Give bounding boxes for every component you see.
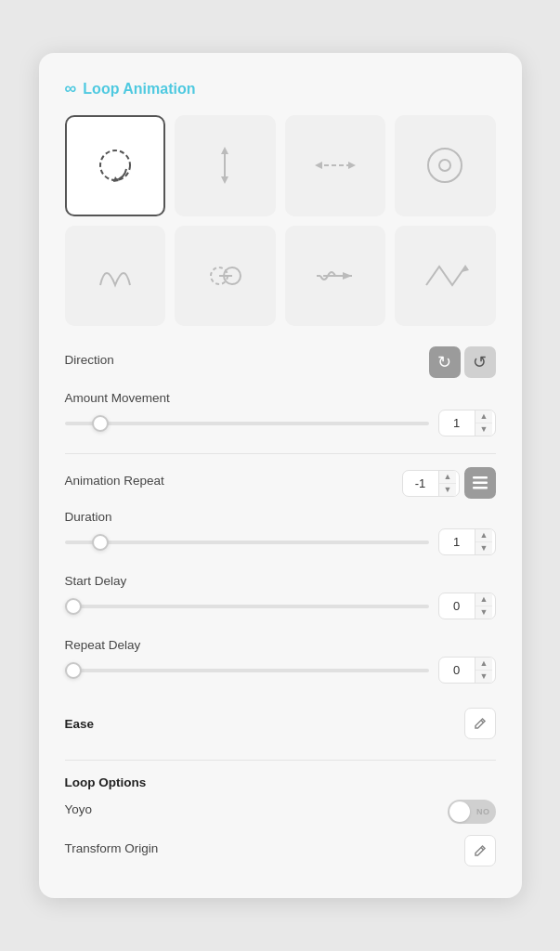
start-delay-spin-down[interactable]: ▼ — [475, 606, 493, 619]
anim-type-zigzag[interactable] — [395, 226, 496, 327]
amount-label: Amount Movement — [65, 391, 170, 405]
ease-row: Ease — [65, 700, 496, 747]
amount-spin-up[interactable]: ▲ — [475, 410, 493, 423]
yoyo-row: Yoyo NO — [65, 790, 496, 829]
start-delay-label: Start Delay — [65, 574, 127, 588]
start-delay-slider-row: ▲ ▼ — [65, 593, 496, 619]
loop-options-section: Loop Options Yoyo NO Transform Origin — [65, 774, 496, 872]
anim-type-rotate[interactable] — [65, 115, 166, 216]
repeat-delay-spinners: ▲ ▼ — [475, 658, 493, 683]
amount-movement-section: Amount Movement ▲ ▼ — [65, 389, 496, 436]
duration-slider[interactable] — [65, 541, 429, 544]
animation-repeat-label: Animation Repeat — [65, 474, 164, 488]
repeat-input[interactable] — [403, 472, 438, 495]
duration-spinners: ▲ ▼ — [475, 529, 493, 554]
repeat-delay-spin-down[interactable]: ▼ — [475, 671, 493, 683]
start-delay-input[interactable] — [439, 594, 475, 618]
anim-type-bounce[interactable] — [285, 226, 386, 327]
amount-input[interactable] — [439, 411, 475, 435]
anim-type-arc[interactable] — [65, 226, 166, 327]
panel-title: ∞ Loop Animation — [65, 79, 496, 98]
loop-options-label: Loop Options — [65, 775, 147, 789]
svg-rect-15 — [473, 476, 488, 479]
amount-slider[interactable] — [65, 422, 429, 425]
anim-type-chain[interactable] — [175, 226, 276, 327]
ease-edit-button[interactable] — [464, 708, 496, 739]
infinity-icon: ∞ — [65, 79, 77, 98]
repeat-delay-slider[interactable] — [65, 669, 429, 672]
divider-2 — [65, 760, 496, 761]
start-delay-spin-up[interactable]: ▲ — [475, 593, 493, 606]
svg-point-8 — [428, 149, 462, 182]
duration-spin-up[interactable]: ▲ — [475, 529, 493, 542]
duration-input-wrap: ▲ ▼ — [438, 528, 496, 555]
svg-marker-3 — [221, 147, 228, 154]
anim-type-vertical[interactable] — [175, 115, 276, 216]
svg-line-19 — [481, 848, 484, 851]
anim-type-circle[interactable] — [395, 115, 496, 216]
repeat-delay-section: Repeat Delay ▲ ▼ — [65, 636, 496, 684]
yoyo-label: Yoyo — [65, 802, 93, 816]
amount-spinners: ▲ ▼ — [475, 410, 493, 436]
start-delay-slider[interactable] — [65, 605, 429, 608]
svg-marker-6 — [348, 162, 356, 169]
repeat-spin-down[interactable]: ▼ — [439, 484, 457, 496]
start-delay-input-wrap: ▲ ▼ — [438, 593, 496, 619]
repeat-list-button[interactable] — [464, 467, 496, 499]
direction-buttons: ↻ ↺ — [429, 346, 496, 378]
svg-line-18 — [481, 721, 484, 723]
repeat-input-wrap: ▲ ▼ — [402, 470, 460, 497]
transform-origin-row: Transform Origin — [65, 829, 496, 872]
transform-origin-label: Transform Origin — [65, 841, 159, 855]
repeat-delay-slider-row: ▲ ▼ — [65, 657, 496, 684]
toggle-label: NO — [476, 807, 490, 816]
amount-input-wrap: ▲ ▼ — [438, 410, 496, 436]
duration-label: Duration — [65, 510, 112, 524]
direction-row: Direction ↻ ↺ — [65, 346, 496, 378]
repeat-controls: ▲ ▼ — [402, 467, 496, 499]
panel-title-text: Loop Animation — [83, 81, 195, 98]
direction-cw-button[interactable]: ↻ — [429, 346, 461, 378]
toggle-knob — [449, 801, 470, 822]
repeat-spin-up[interactable]: ▲ — [439, 471, 457, 484]
loop-animation-panel: ∞ Loop Animation — [39, 53, 522, 898]
svg-rect-17 — [473, 487, 488, 489]
amount-slider-row: ▲ ▼ — [65, 410, 496, 436]
animation-type-grid — [65, 115, 496, 326]
duration-slider-row: ▲ ▼ — [65, 528, 496, 555]
svg-point-9 — [439, 160, 450, 171]
repeat-delay-label: Repeat Delay — [65, 638, 141, 652]
repeat-delay-input[interactable] — [439, 658, 475, 682]
anim-type-horizontal[interactable] — [285, 115, 386, 216]
svg-point-0 — [100, 150, 130, 180]
repeat-spinners: ▲ ▼ — [438, 471, 457, 496]
repeat-delay-input-wrap: ▲ ▼ — [438, 657, 496, 684]
animation-repeat-row: Animation Repeat ▲ ▼ — [65, 467, 496, 499]
svg-rect-16 — [473, 482, 488, 485]
yoyo-toggle[interactable]: NO — [448, 800, 496, 824]
start-delay-section: Start Delay ▲ ▼ — [65, 572, 496, 619]
repeat-delay-spin-up[interactable]: ▲ — [475, 658, 493, 671]
direction-label: Direction — [65, 353, 114, 367]
direction-ccw-button[interactable]: ↺ — [464, 346, 496, 378]
duration-spin-down[interactable]: ▼ — [475, 542, 493, 554]
amount-spin-down[interactable]: ▼ — [475, 423, 493, 436]
duration-input[interactable] — [439, 530, 475, 554]
start-delay-spinners: ▲ ▼ — [475, 593, 493, 619]
ease-label: Ease — [65, 717, 95, 731]
svg-marker-14 — [462, 265, 469, 272]
divider-1 — [65, 453, 496, 454]
duration-section: Duration ▲ ▼ — [65, 508, 496, 555]
svg-marker-7 — [315, 162, 322, 169]
yoyo-toggle-wrap: NO — [448, 800, 496, 824]
transform-origin-edit-button[interactable] — [464, 835, 496, 866]
svg-marker-4 — [221, 176, 228, 184]
